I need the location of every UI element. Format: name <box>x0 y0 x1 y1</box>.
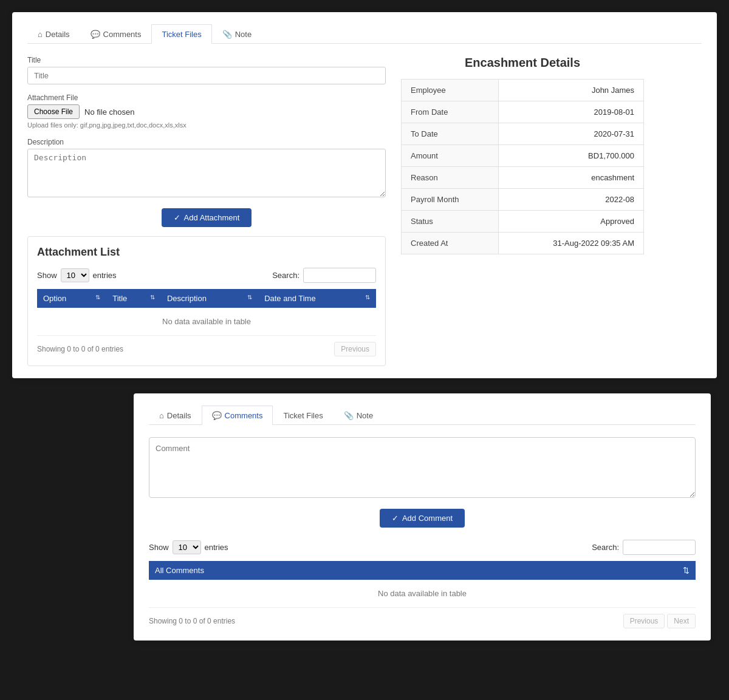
row-label: To Date <box>402 123 499 145</box>
encashment-row: Payroll Month2022-08 <box>402 189 644 211</box>
sort-icon-title: ⇅ <box>150 294 155 301</box>
attachment-table: Option ⇅ Title ⇅ Description ⇅ <box>37 289 376 336</box>
comment-icon-bottom: 💬 <box>212 411 222 420</box>
comment-entries-select[interactable]: 10 25 50 <box>173 540 201 554</box>
home-icon: ⌂ <box>38 30 43 39</box>
row-value: 31-Aug-2022 09:35 AM <box>498 233 643 254</box>
comment-group <box>149 437 696 500</box>
attachment-label: Attachment File <box>27 93 386 102</box>
attachment-list-title: Attachment List <box>37 246 376 259</box>
add-comment-button[interactable]: ✓ Add Comment <box>380 509 465 528</box>
col-option[interactable]: Option ⇅ <box>37 289 106 308</box>
comments-prev-button[interactable]: Previous <box>623 614 665 628</box>
encashment-row: From Date2019-08-01 <box>402 101 644 123</box>
col-description[interactable]: Description ⇅ <box>161 289 258 308</box>
encashment-row: To Date2020-07-31 <box>402 123 644 145</box>
search-box: Search: <box>272 268 376 283</box>
bottom-tab-ticket-files[interactable]: Ticket Files <box>273 406 333 425</box>
comment-show-entries: Show 10 25 50 entries <box>149 540 228 554</box>
row-value: 2022-08 <box>498 189 643 211</box>
no-comments-row: No data available in table <box>149 580 696 608</box>
choose-file-button[interactable]: Choose File <box>27 104 80 119</box>
col-all-comments[interactable]: All Comments ⇅ <box>149 561 696 580</box>
add-attachment-button[interactable]: ✓ Add Attachment <box>162 208 252 227</box>
col-title[interactable]: Title ⇅ <box>106 289 161 308</box>
row-label: Created At <box>402 233 499 254</box>
row-label: Reason <box>402 167 499 189</box>
table-footer: Showing 0 to 0 of 0 entries Previous <box>37 342 376 356</box>
description-group: Description <box>27 138 386 199</box>
title-group: Title <box>27 56 386 84</box>
row-value: Approved <box>498 211 643 233</box>
showing-text: Showing 0 to 0 of 0 entries <box>37 345 123 353</box>
comment-icon: 💬 <box>91 30 100 39</box>
title-input[interactable] <box>27 67 386 84</box>
row-value: John James <box>498 80 643 101</box>
comment-search-box: Search: <box>592 540 696 555</box>
tab-ticket-files[interactable]: Ticket Files <box>151 24 211 44</box>
paperclip-icon: 📎 <box>222 30 232 39</box>
file-chosen-text: No file chosen <box>84 107 134 117</box>
search-label: Search: <box>272 271 299 280</box>
bottom-tab-note[interactable]: 📎 Note <box>334 406 383 425</box>
tab-comments[interactable]: 💬 Comments <box>80 24 152 44</box>
paperclip-icon-bottom: 📎 <box>344 411 354 420</box>
comments-showing-text: Showing 0 to 0 of 0 entries <box>149 617 235 625</box>
comments-footer: Showing 0 to 0 of 0 entries Previous Nex… <box>149 614 696 628</box>
encashment-row: Reasonencashment <box>402 167 644 189</box>
attachment-list-section: Attachment List Show 10 25 50 entries <box>27 236 386 366</box>
col-datetime[interactable]: Date and Time ⇅ <box>258 289 376 308</box>
description-label: Description <box>27 138 386 146</box>
home-icon-bottom: ⌂ <box>159 411 164 420</box>
row-label: Status <box>402 211 499 233</box>
row-value: encashment <box>498 167 643 189</box>
top-tabs: ⌂ Details 💬 Comments Ticket Files 📎 Note <box>27 24 702 44</box>
encashment-row: StatusApproved <box>402 211 644 233</box>
comment-textarea[interactable] <box>149 437 696 498</box>
encashment-title: Encashment Details <box>401 56 644 70</box>
row-label: Employee <box>402 80 499 101</box>
comments-next-button[interactable]: Next <box>667 614 696 628</box>
file-hint: Upload files only: gif,png,jpg,jpeg,txt,… <box>27 121 386 129</box>
comment-search-input[interactable] <box>623 540 696 555</box>
check-icon-comment: ✓ <box>392 514 399 523</box>
encashment-details-table: EmployeeJohn JamesFrom Date2019-08-01To … <box>401 79 644 254</box>
entries-select[interactable]: 10 25 50 <box>61 268 89 282</box>
row-value: BD1,700.000 <box>498 145 643 167</box>
tab-note[interactable]: 📎 Note <box>212 24 262 44</box>
encashment-row: EmployeeJohn James <box>402 80 644 101</box>
search-input[interactable] <box>303 268 376 283</box>
sort-icon-description: ⇅ <box>247 294 252 301</box>
prev-button[interactable]: Previous <box>334 342 376 356</box>
encashment-row: AmountBD1,700.000 <box>402 145 644 167</box>
row-label: Amount <box>402 145 499 167</box>
bottom-tab-details[interactable]: ⌂ Details <box>149 406 202 425</box>
bottom-tab-comments[interactable]: 💬 Comments <box>202 406 273 425</box>
sort-icon-comments: ⇅ <box>683 566 690 575</box>
encashment-row: Created At31-Aug-2022 09:35 AM <box>402 233 644 254</box>
comment-search-label: Search: <box>592 543 619 552</box>
bottom-tabs: ⌂ Details 💬 Comments Ticket Files 📎 Note <box>149 406 696 425</box>
show-entries: Show 10 25 50 entries <box>37 268 117 282</box>
comments-table: All Comments ⇅ No data available in tabl… <box>149 561 696 608</box>
row-label: Payroll Month <box>402 189 499 211</box>
sort-icon-datetime: ⇅ <box>365 294 370 301</box>
title-label: Title <box>27 56 386 64</box>
row-label: From Date <box>402 101 499 123</box>
check-icon: ✓ <box>174 213 180 222</box>
sort-icon-option: ⇅ <box>95 294 100 301</box>
tab-details[interactable]: ⌂ Details <box>27 24 80 44</box>
attachment-file-group: Attachment File Choose File No file chos… <box>27 93 386 129</box>
no-data-row: No data available in table <box>37 308 376 336</box>
row-value: 2020-07-31 <box>498 123 643 145</box>
row-value: 2019-08-01 <box>498 101 643 123</box>
description-textarea[interactable] <box>27 149 386 197</box>
